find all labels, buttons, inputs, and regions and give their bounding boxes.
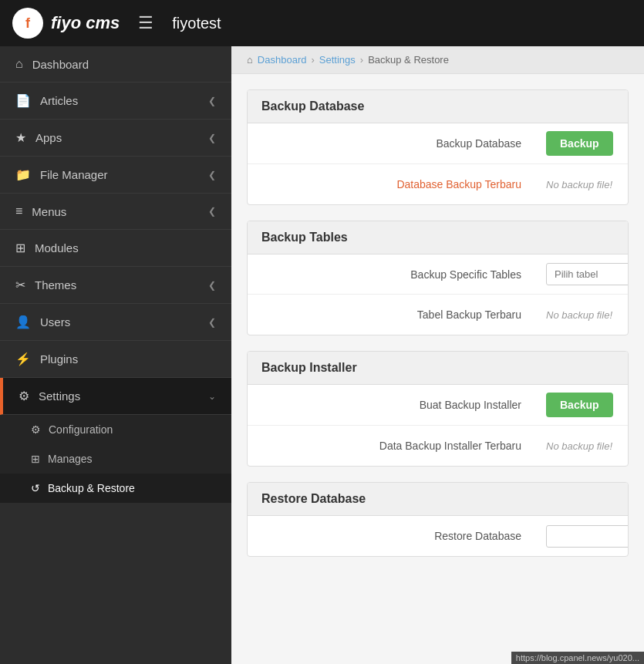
breadcrumb-settings[interactable]: Settings — [319, 54, 356, 66]
sidebar-sub-label-configuration: Configuration — [49, 423, 113, 436]
backup-database-action: Backup — [535, 123, 628, 163]
sidebar-item-users[interactable]: 👤 Users ❮ — [0, 304, 231, 341]
sidebar-label-settings: Settings — [39, 389, 80, 403]
breadcrumb-dashboard[interactable]: Dashboard — [258, 54, 307, 66]
users-icon: 👤 — [15, 315, 31, 329]
database-backup-terbaru-row: Database Backup Terbaru No backup file! — [248, 164, 628, 204]
layout: ⌂ Dashboard 📄 Articles ❮ ★ Apps ❮ 📁 File… — [0, 46, 644, 664]
breadcrumb: ⌂ Dashboard › Settings › Backup & Restor… — [231, 46, 644, 74]
backup-specific-tables-row: Backup Specific Tables — [248, 254, 628, 295]
tabel-backup-terbaru-row: Tabel Backup Terbaru No backup file! — [248, 295, 628, 335]
sidebar-item-apps[interactable]: ★ Apps ❮ — [0, 120, 231, 157]
site-name: fiyotest — [172, 15, 221, 32]
sidebar-item-themes[interactable]: ✂ Themes ❮ — [0, 267, 231, 304]
buat-backup-installer-action: Backup — [535, 385, 628, 425]
buat-backup-installer-label: Buat Backup Installer — [248, 389, 535, 420]
pilih-tabel-input[interactable] — [546, 263, 629, 285]
buat-backup-installer-button[interactable]: Backup — [546, 393, 613, 417]
sidebar-label-menus: Menus — [32, 205, 66, 218]
database-backup-terbaru-label: Database Backup Terbaru — [248, 169, 535, 200]
sidebar-item-menus[interactable]: ≡ Menus ❮ — [0, 194, 231, 230]
chevron-icon: ❮ — [208, 206, 216, 217]
data-backup-installer-terbaru-label: Data Backup Installer Terbaru — [248, 430, 535, 461]
backup-specific-tables-label: Backup Specific Tables — [248, 259, 535, 290]
plugins-icon: ⚡ — [15, 352, 31, 366]
statusbar: https://blog.cpanel.news/yu020... — [511, 652, 644, 664]
chevron-icon: ❮ — [208, 280, 216, 291]
data-backup-installer-terbaru-value: No backup file! — [535, 433, 628, 460]
topbar: f fiyo cms ☰ fiyotest — [0, 0, 644, 46]
breadcrumb-sep-2: › — [360, 54, 363, 66]
modules-icon: ⊞ — [15, 241, 25, 255]
main-content: ⌂ Dashboard › Settings › Backup & Restor… — [231, 46, 644, 664]
data-backup-installer-terbaru-row: Data Backup Installer Terbaru No backup … — [248, 426, 628, 466]
restore-database-row: Restore Database — [248, 516, 628, 556]
sidebar-sub-item-backup-restore[interactable]: ↺ Backup & Restore — [0, 474, 231, 503]
backup-database-section: Backup Database Backup Database Backup D… — [247, 89, 629, 205]
breadcrumb-sep-1: › — [311, 54, 314, 66]
backup-database-row: Backup Database Backup — [248, 123, 628, 164]
chevron-icon: ❮ — [208, 170, 216, 180]
backup-installer-section: Backup Installer Buat Backup Installer B… — [247, 351, 629, 467]
sidebar-label-file-manager: File Manager — [40, 168, 108, 181]
backup-database-button[interactable]: Backup — [546, 131, 613, 156]
content-area: Backup Database Backup Database Backup D… — [231, 74, 644, 588]
themes-icon: ✂ — [15, 278, 25, 292]
backup-tables-section: Backup Tables Backup Specific Tables Tab… — [247, 221, 629, 335]
breadcrumb-current: Backup & Restore — [368, 54, 449, 66]
chevron-icon: ❮ — [208, 133, 216, 143]
restore-database-input[interactable] — [546, 525, 629, 548]
tabel-backup-terbaru-label: Tabel Backup Terbaru — [248, 299, 535, 330]
breadcrumb-home-icon: ⌂ — [247, 54, 253, 66]
apps-icon: ★ — [15, 130, 26, 145]
chevron-icon: ❮ — [208, 96, 216, 106]
pilih-tabel-container — [535, 255, 628, 293]
database-backup-terbaru-value: No backup file! — [535, 171, 628, 198]
sidebar-item-settings[interactable]: ⚙ Settings ⌄ — [0, 378, 231, 415]
restore-database-input-container — [535, 517, 628, 555]
configuration-icon: ⚙ — [31, 423, 41, 436]
sidebar-sub-label-backup-restore: Backup & Restore — [48, 482, 135, 494]
restore-database-section: Restore Database Restore Database — [247, 482, 629, 557]
sidebar-sub-item-configuration[interactable]: ⚙ Configuration — [0, 415, 231, 444]
backup-installer-header: Backup Installer — [248, 352, 628, 385]
settings-submenu: ⚙ Configuration ⊞ Manages ↺ Backup & Res… — [0, 415, 231, 503]
sidebar-item-dashboard[interactable]: ⌂ Dashboard — [0, 46, 231, 83]
dashboard-icon: ⌂ — [15, 57, 23, 71]
articles-icon: 📄 — [15, 93, 31, 108]
sidebar-label-themes: Themes — [35, 278, 76, 292]
sidebar-label-users: Users — [40, 315, 70, 329]
statusbar-text: https://blog.cpanel.news/yu020... — [516, 653, 639, 662]
file-manager-icon: 📁 — [15, 167, 31, 182]
sidebar-item-modules[interactable]: ⊞ Modules — [0, 230, 231, 267]
sidebar-label-plugins: Plugins — [40, 352, 78, 366]
backup-database-header: Backup Database — [248, 90, 628, 123]
sidebar-label-modules: Modules — [35, 241, 79, 254]
restore-database-label: Restore Database — [248, 521, 535, 551]
logo-area: f fiyo cms — [12, 8, 120, 39]
restore-database-header: Restore Database — [248, 483, 628, 516]
hamburger-icon[interactable]: ☰ — [138, 13, 153, 33]
manages-icon: ⊞ — [31, 453, 40, 465]
backup-tables-header: Backup Tables — [248, 221, 628, 254]
settings-icon: ⚙ — [19, 389, 29, 403]
sidebar-label-dashboard: Dashboard — [32, 58, 89, 71]
sidebar-sub-label-manages: Manages — [48, 453, 93, 465]
sidebar-item-plugins[interactable]: ⚡ Plugins — [0, 341, 231, 378]
sidebar-item-articles[interactable]: 📄 Articles ❮ — [0, 83, 231, 120]
menus-icon: ≡ — [15, 204, 22, 218]
sidebar-sub-item-manages[interactable]: ⊞ Manages — [0, 444, 231, 474]
chevron-icon: ❮ — [208, 317, 216, 328]
backup-database-label: Backup Database — [248, 128, 535, 159]
chevron-down-icon: ⌄ — [208, 391, 216, 402]
sidebar-label-articles: Articles — [40, 94, 78, 107]
sidebar: ⌂ Dashboard 📄 Articles ❮ ★ Apps ❮ 📁 File… — [0, 46, 231, 664]
sidebar-item-file-manager[interactable]: 📁 File Manager ❮ — [0, 157, 231, 194]
logo-text: fiyo cms — [51, 13, 120, 33]
sidebar-label-apps: Apps — [35, 131, 62, 144]
buat-backup-installer-row: Buat Backup Installer Backup — [248, 385, 628, 426]
tabel-backup-terbaru-value: No backup file! — [535, 302, 628, 329]
backup-restore-icon: ↺ — [31, 482, 40, 494]
logo-icon: f — [12, 8, 43, 39]
